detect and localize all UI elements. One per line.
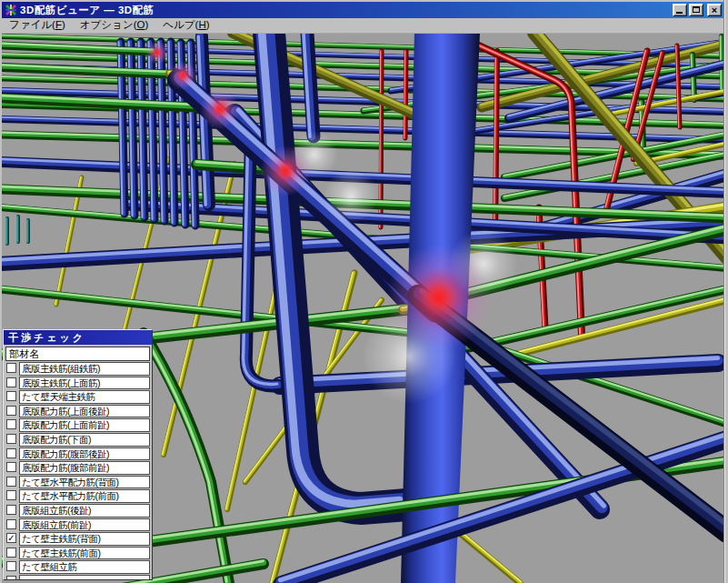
part-checkbox[interactable] [6, 519, 16, 529]
interference-glow [200, 89, 240, 129]
part-checkbox[interactable] [6, 391, 16, 401]
app-icon [5, 4, 17, 16]
interference-glow [168, 61, 197, 90]
part-row[interactable]: 底版配力筋(腹部後趾) [5, 447, 150, 461]
maximize-button[interactable] [689, 4, 703, 16]
part-row[interactable]: たて壁水平配力筋(背面) [5, 476, 150, 489]
part-checkbox[interactable] [6, 505, 16, 515]
part-row[interactable]: たて壁天端主鉄筋 [5, 390, 150, 404]
part-label: 底版主鉄筋(組鉄筋) [19, 362, 150, 376]
part-checkbox[interactable] [6, 434, 16, 444]
interference-glow [260, 146, 311, 196]
part-row[interactable]: 底版主鉄筋(上面筋) [5, 377, 150, 390]
part-label: 底版配力筋(上面前趾) [19, 418, 150, 432]
window-controls: × [673, 4, 722, 16]
part-checkbox[interactable] [6, 377, 16, 387]
part-label: 底版組立筋(前趾) [19, 518, 150, 532]
minimize-icon [676, 12, 683, 14]
window-title: 3D配筋ビューア ― 3D配筋 [20, 2, 673, 18]
part-label: たて壁水平配力筋(背面) [19, 476, 150, 489]
part-label: 底版主鉄筋(上面筋) [19, 377, 150, 390]
interference-glow [386, 245, 492, 350]
part-checkbox[interactable] [6, 462, 16, 472]
part-row[interactable]: 底版組立筋(前趾) [5, 518, 150, 532]
part-label: たて壁天端主鉄筋 [19, 390, 150, 404]
interference-check-panel[interactable]: 干渉チェック 部材名 底版主鉄筋(組鉄筋)底版主鉄筋(上面筋)たて壁天端主鉄筋底… [3, 329, 153, 580]
part-checkbox[interactable] [6, 448, 16, 458]
part-checkbox[interactable] [6, 477, 16, 487]
part-checkbox[interactable] [6, 363, 16, 373]
part-row[interactable]: 底版主鉄筋(組鉄筋) [5, 362, 150, 376]
part-row[interactable]: 底版配力筋(下面) [5, 433, 150, 447]
part-label: 底版配力筋(上面後趾) [19, 405, 150, 418]
part-checkbox[interactable] [6, 548, 16, 558]
part-label: 底版組立筋(後趾) [19, 504, 150, 518]
part-checkbox[interactable] [6, 561, 16, 571]
part-row[interactable]: たて壁主鉄筋(前面) [5, 547, 150, 560]
part-checkbox[interactable]: ✓ [6, 533, 16, 543]
soft-white-glow [324, 169, 378, 224]
part-row[interactable]: たて壁水平配力筋(前面) [5, 489, 150, 503]
part-row[interactable]: 底版配力筋(上面前趾) [5, 418, 150, 432]
close-button[interactable]: × [707, 4, 722, 16]
part-checkbox [6, 576, 16, 580]
menu-item-file[interactable]: ファイル(F) [2, 17, 73, 34]
close-icon: × [708, 4, 721, 16]
menu-bar: ファイル(F)オプション(O)ヘルプ(H) [2, 18, 723, 34]
minimize-button[interactable] [673, 4, 687, 16]
part-list: 底版主鉄筋(組鉄筋)底版主鉄筋(上面筋)たて壁天端主鉄筋底版配力筋(上面後趾)底… [5, 362, 150, 580]
maximize-icon [693, 6, 700, 13]
part-row[interactable]: 底版配力筋(腹部前趾) [5, 461, 150, 475]
part-checkbox[interactable] [6, 490, 16, 500]
menu-item-help[interactable]: ヘルプ(H) [155, 17, 216, 34]
part-row[interactable]: 底版配力筋(上面後趾) [5, 405, 150, 418]
part-label: たて壁水平配力筋(前面) [19, 489, 150, 503]
part-row[interactable]: 底版組立筋(後趾) [5, 504, 150, 518]
part-checkbox[interactable] [6, 406, 16, 416]
part-label: たて壁主鉄筋(背面) [19, 532, 150, 546]
panel-body: 部材名 底版主鉄筋(組鉄筋)底版主鉄筋(上面筋)たて壁天端主鉄筋底版配力筋(上面… [4, 345, 152, 580]
window-border-right [723, 0, 728, 583]
part-label: たて壁主鉄筋(前面) [19, 547, 150, 560]
part-row-partial [5, 575, 150, 580]
interference-glow [145, 41, 169, 65]
part-label: 底版配力筋(腹部後趾) [19, 447, 150, 461]
part-label [19, 575, 150, 580]
part-name-header: 部材名 [5, 347, 150, 361]
part-row[interactable]: ✓たて壁主鉄筋(背面) [5, 532, 150, 546]
title-bar[interactable]: 3D配筋ビューア ― 3D配筋 × [2, 2, 723, 18]
part-row[interactable]: たて壁組立筋 [5, 560, 150, 574]
part-label: たて壁組立筋 [19, 560, 150, 574]
menu-item-options[interactable]: オプション(O) [73, 17, 155, 34]
panel-title-bar[interactable]: 干渉チェック [4, 330, 152, 345]
part-label: 底版配力筋(腹部前趾) [19, 461, 150, 475]
part-label: 底版配力筋(下面) [19, 433, 150, 447]
part-checkbox[interactable] [6, 419, 16, 429]
